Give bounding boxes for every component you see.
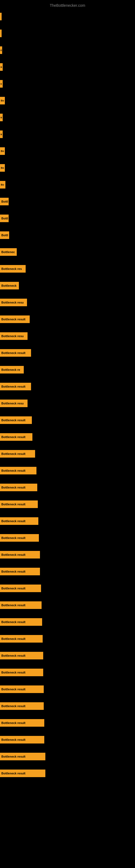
bar-row: Bottlenec <box>0 244 135 260</box>
bar-label: Bottleneck result <box>0 551 40 558</box>
bar-row: Bottl <box>0 210 135 227</box>
bars-container: EBEBoBBBoBoBoBottlBottlBottlBottlenecBot… <box>0 8 135 782</box>
bar-row: Bo <box>0 176 135 193</box>
bar-label: Bo <box>0 147 5 155</box>
bar-label <box>0 30 2 37</box>
bar-label: Bottl <box>0 231 9 239</box>
bar-label: Bottleneck result <box>0 635 43 643</box>
bar-row: Bottleneck result <box>0 614 135 630</box>
bar-row: Bottleneck result <box>0 445 135 462</box>
bar-label <box>0 13 2 20</box>
bar-row: Bottleneck res <box>0 260 135 277</box>
bar-row: E <box>0 42 135 59</box>
bar-label: Bottleneck resu <box>0 400 28 407</box>
bar-label: Bottleneck result <box>0 315 30 323</box>
bar-label: B <box>0 130 3 138</box>
bar-row: Bottleneck result <box>0 412 135 429</box>
bar-label: Bottleneck result <box>0 719 44 727</box>
bar-label: Bottleneck result <box>0 484 37 491</box>
bar-row: B <box>0 59 135 75</box>
bar-row: Bottleneck result <box>0 765 135 782</box>
bar-label: Bottleneck result <box>0 568 40 575</box>
bar-row: E <box>0 75 135 92</box>
bar-label: Bottleneck re <box>0 366 24 373</box>
bar-row: Bottleneck result <box>0 378 135 395</box>
bar-label: Bottleneck result <box>0 534 39 542</box>
bar-label: Bo <box>0 97 5 104</box>
bar-row: Bottleneck result <box>0 496 135 513</box>
bar-label: Bottleneck result <box>0 736 44 744</box>
bar-row: Bottleneck result <box>0 580 135 597</box>
bar-row: Bottleneck result <box>0 597 135 614</box>
bar-row: Bottleneck result <box>0 479 135 496</box>
bar-label: Bottleneck result <box>0 652 43 659</box>
bar-row: Bo <box>0 92 135 109</box>
bar-label: B <box>0 63 3 71</box>
bar-row: Bo <box>0 159 135 176</box>
bar-row: Bottleneck result <box>0 462 135 479</box>
bar-label: Bottleneck result <box>0 517 38 525</box>
bar-label: Bottleneck result <box>0 349 31 357</box>
bar-row: Bottleneck result <box>0 513 135 529</box>
bar-label: E <box>0 46 2 54</box>
bar-row: Bottleneck result <box>0 529 135 546</box>
bar-label: Bottleneck resu <box>0 332 28 340</box>
bar-row: Bottleneck resu <box>0 395 135 412</box>
bar-label: Bottleneck result <box>0 450 35 458</box>
bar-row: Bottleneck result <box>0 546 135 563</box>
bar-row: Bo <box>0 143 135 159</box>
bar-row: Bottleneck result <box>0 563 135 580</box>
bar-row: Bottleneck re <box>0 361 135 378</box>
bar-label: Bottleneck result <box>0 753 45 760</box>
bar-label: Bottleneck result <box>0 433 32 441</box>
bar-row: Bottleneck <box>0 277 135 294</box>
bar-row: Bottleneck result <box>0 630 135 647</box>
bar-row: Bottl <box>0 193 135 210</box>
bar-label: Bottleneck result <box>0 500 38 508</box>
bar-label: Bottl <box>0 198 9 205</box>
bar-label: B <box>0 114 3 121</box>
bar-row <box>0 8 135 25</box>
bar-label: Bottleneck res <box>0 265 26 273</box>
bar-label: Bottleneck resu <box>0 299 27 306</box>
bar-label: Bottleneck result <box>0 383 31 390</box>
bar-row: Bottleneck resu <box>0 328 135 344</box>
bar-label: Bottleneck result <box>0 467 37 474</box>
bar-label: Bottleneck <box>0 282 19 289</box>
bar-row: Bottleneck resu <box>0 294 135 311</box>
bar-row: Bottleneck result <box>0 664 135 681</box>
bar-row: Bottleneck result <box>0 344 135 361</box>
bar-label: Bo <box>0 181 5 188</box>
bar-label: Bottleneck result <box>0 601 42 609</box>
bar-row: B <box>0 126 135 143</box>
bar-row: Bottleneck result <box>0 698 135 714</box>
bar-row: Bottleneck result <box>0 429 135 445</box>
bar-label: Bottleneck result <box>0 685 44 693</box>
bar-label: Bottleneck result <box>0 416 32 424</box>
bar-label: Bottleneck result <box>0 702 44 710</box>
bar-label: Bottleneck result <box>0 618 42 626</box>
bar-label: Bottleneck result <box>0 585 41 592</box>
bar-row: Bottleneck result <box>0 748 135 765</box>
bar-row: Bottleneck result <box>0 311 135 328</box>
bar-row: Bottleneck result <box>0 731 135 748</box>
bar-row <box>0 25 135 42</box>
bar-label: Bottlenec <box>0 248 17 256</box>
bar-label: Bottl <box>0 215 9 222</box>
bar-row: Bottl <box>0 227 135 244</box>
bar-row: Bottleneck result <box>0 647 135 664</box>
bar-row: Bottleneck result <box>0 714 135 731</box>
bar-label: Bottleneck result <box>0 669 43 676</box>
bar-label: Bo <box>0 164 5 172</box>
bar-label: Bottleneck result <box>0 770 45 777</box>
bar-row: Bottleneck result <box>0 681 135 698</box>
bar-row: B <box>0 109 135 126</box>
bar-label: E <box>0 80 3 88</box>
